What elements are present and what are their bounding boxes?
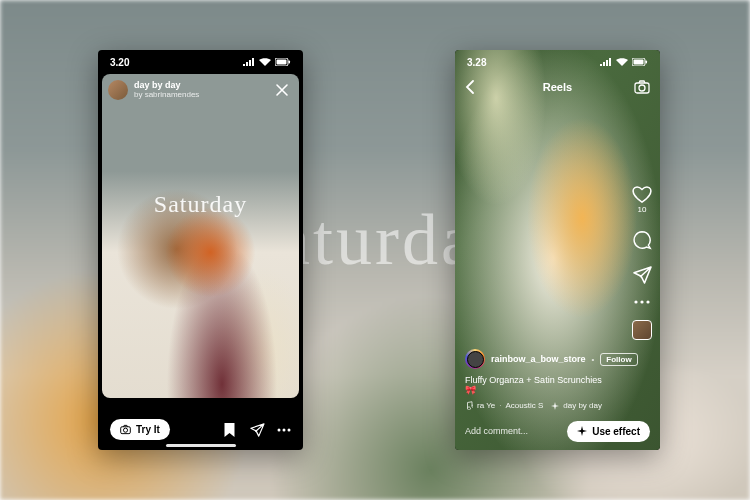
more-icon [277, 428, 291, 432]
status-time: 3.28 [467, 57, 486, 68]
share-button[interactable] [632, 266, 652, 284]
audio-artist: ra Ye [477, 401, 495, 410]
phone-reels: 3.28 Reels 10 [455, 50, 660, 450]
svg-point-7 [288, 428, 291, 431]
camera-icon [120, 424, 131, 435]
sparkle-icon [551, 402, 559, 410]
audio-album: Acoustic S [505, 401, 543, 410]
more-button[interactable] [634, 300, 650, 304]
heart-icon [632, 185, 652, 203]
bookmark-button[interactable] [222, 422, 237, 438]
signal-icon [243, 58, 255, 66]
status-time: 3.20 [110, 57, 129, 68]
track-artwork[interactable] [108, 80, 128, 100]
try-it-button[interactable]: Try It [110, 419, 170, 440]
svg-point-4 [123, 428, 127, 432]
follow-button[interactable]: Follow [600, 353, 637, 366]
story-overlay-text: Saturday [154, 190, 247, 217]
story-action-bar: Try It [98, 419, 303, 440]
try-it-label: Try It [136, 424, 160, 435]
like-button[interactable]: 10 [632, 185, 652, 214]
reels-title: Reels [543, 81, 572, 93]
story-header: day by day by sabrinamendes [108, 80, 293, 100]
chevron-left-icon [465, 80, 475, 94]
svg-rect-2 [289, 61, 291, 64]
svg-rect-9 [634, 60, 644, 65]
comment-button[interactable] [632, 230, 652, 250]
close-button[interactable] [271, 81, 293, 99]
audio-thumbnail[interactable] [632, 320, 652, 340]
more-button[interactable] [277, 428, 291, 432]
battery-icon [632, 58, 648, 66]
reels-meta: rainbow_a_bow_store • Follow Fluffy Orga… [465, 349, 606, 410]
svg-point-14 [640, 300, 643, 303]
reels-action-rail: 10 [632, 185, 652, 340]
status-bar: 3.28 [455, 50, 660, 74]
username[interactable]: rainbow_a_bow_store [491, 354, 586, 364]
status-bar: 3.20 [98, 50, 303, 74]
story-media[interactable]: Saturday [102, 74, 299, 398]
share-icon [632, 266, 652, 284]
signal-icon [600, 58, 612, 66]
camera-icon [634, 80, 650, 94]
track-artist: by sabrinamendes [134, 91, 265, 100]
svg-point-13 [634, 300, 637, 303]
reels-topbar: Reels [455, 74, 660, 100]
wifi-icon [259, 58, 271, 66]
use-effect-button[interactable]: Use effect [567, 421, 650, 442]
bookmark-icon [222, 422, 237, 438]
home-indicator[interactable] [166, 444, 236, 447]
comment-input[interactable]: Add comment... [465, 420, 559, 442]
like-count: 10 [638, 205, 647, 214]
sparkle-icon [577, 426, 587, 436]
use-effect-label: Use effect [592, 426, 640, 437]
status-icons [243, 58, 291, 66]
back-button[interactable] [465, 80, 475, 94]
share-button[interactable] [249, 423, 265, 437]
share-icon [249, 423, 265, 437]
svg-point-6 [283, 428, 286, 431]
status-icons [600, 58, 648, 66]
svg-rect-1 [277, 60, 287, 65]
camera-button[interactable] [634, 80, 650, 94]
track-info[interactable]: day by day by sabrinamendes [134, 81, 265, 100]
wifi-icon [616, 58, 628, 66]
reels-caption[interactable]: Fluffy Organza + Satin Scrunchies 🎀 [465, 375, 606, 395]
svg-point-5 [278, 428, 281, 431]
phone-story: 3.20 Saturday day by day by sabrinamende… [98, 50, 303, 450]
music-note-icon [465, 401, 473, 410]
svg-point-15 [646, 300, 649, 303]
reels-bottom-bar: Add comment... Use effect [455, 420, 660, 442]
svg-rect-10 [646, 61, 648, 64]
audio-effect: day by day [563, 401, 602, 410]
user-avatar[interactable] [465, 349, 485, 369]
close-icon [275, 83, 289, 97]
more-icon [634, 300, 650, 304]
audio-attribution[interactable]: ra Ye · Acoustic S day by day [465, 401, 606, 410]
comment-icon [632, 230, 652, 250]
svg-point-12 [639, 85, 645, 91]
battery-icon [275, 58, 291, 66]
